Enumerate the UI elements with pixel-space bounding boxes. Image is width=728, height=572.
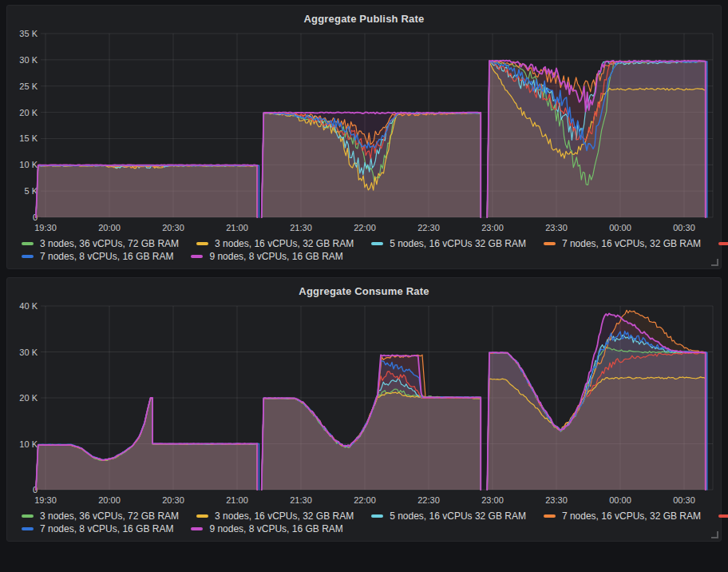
legend-series-label: 3 nodes, 36 vCPUs, 72 GB RAM	[40, 238, 179, 249]
svg-text:20 K: 20 K	[19, 393, 38, 403]
legend-row: 7 nodes, 8 vCPUs, 16 GB RAM9 nodes, 8 vC…	[22, 251, 718, 262]
legend-series-swatch	[22, 242, 34, 245]
panel-resize-handle[interactable]	[711, 259, 718, 266]
svg-text:23:00: 23:00	[481, 495, 504, 505]
svg-text:23:30: 23:30	[545, 495, 568, 505]
svg-text:5 K: 5 K	[24, 186, 38, 196]
legend-series-label: 3 nodes, 16 vCPUs, 32 GB RAM	[215, 238, 354, 249]
svg-text:00:30: 00:30	[673, 223, 695, 232]
legend-item[interactable]: 9 nodes, 8 vCPUs, 16 GB RAM	[191, 523, 342, 534]
svg-text:35 K: 35 K	[19, 29, 38, 38]
dashboard: Aggregate Publish Rate 05 K10 K15 K20 K2…	[0, 0, 728, 554]
legend-series-swatch	[191, 255, 203, 258]
svg-text:19:30: 19:30	[34, 223, 57, 232]
legend-series-swatch	[196, 514, 208, 518]
publish-legend: 3 nodes, 36 vCPUs, 72 GB RAM3 nodes, 16 …	[10, 235, 718, 267]
legend-series-label: 5 nodes, 16 vCPUs 32 GB RAM	[390, 238, 526, 249]
legend-item[interactable]: 3 nodes, 16 vCPUs, 32 GB RAM	[196, 238, 354, 249]
legend-item[interactable]: 3 nodes, 36 vCPUs, 72 GB RAM	[22, 238, 179, 249]
svg-text:20:30: 20:30	[162, 223, 184, 232]
legend-series-label: 7 nodes, 16 vCPUs, 32 GB RAM	[562, 238, 701, 249]
legend-series-label: 9 nodes, 8 vCPUs, 16 GB RAM	[209, 251, 342, 262]
svg-text:21:30: 21:30	[290, 223, 312, 232]
legend-item[interactable]: 7 nodes, 16 vCPUs, 32 GB RAM	[544, 510, 701, 522]
panel-title-publish[interactable]: Aggregate Publish Rate	[10, 9, 718, 27]
legend-item[interactable]: 7 nodes, 8 vCPUs, 16 GB RAM	[22, 251, 173, 262]
svg-text:20 K: 20 K	[19, 108, 38, 117]
panel-publish-rate: Aggregate Publish Rate 05 K10 K15 K20 K2…	[6, 5, 722, 269]
svg-text:23:00: 23:00	[481, 223, 504, 232]
legend-series-swatch	[544, 242, 556, 245]
consume-chart[interactable]: 010 K20 K30 K40 K19:3020:0020:3021:0021:…	[10, 300, 718, 507]
svg-text:00:00: 00:00	[609, 223, 631, 232]
svg-text:30 K: 30 K	[19, 55, 38, 65]
legend-row: 3 nodes, 36 vCPUs, 72 GB RAM3 nodes, 16 …	[22, 510, 718, 522]
svg-text:00:30: 00:30	[673, 495, 695, 505]
svg-text:21:00: 21:00	[226, 223, 248, 232]
legend-item[interactable]: 9 nodes, 8 vCPUs, 16 GB RAM	[191, 251, 342, 262]
legend-series-label: 5 nodes, 16 vCPUs 32 GB RAM	[390, 510, 526, 522]
svg-text:15 K: 15 K	[19, 133, 38, 143]
svg-text:10 K: 10 K	[19, 439, 38, 449]
legend-series-swatch	[718, 514, 728, 518]
svg-text:30 K: 30 K	[19, 348, 38, 357]
legend-series-swatch	[544, 514, 556, 518]
legend-item[interactable]: 7 nodes, 8 vCPUs, 16 GB RAM	[22, 523, 173, 534]
svg-text:22:00: 22:00	[354, 223, 376, 232]
legend-series-label: 7 nodes, 8 vCPUs, 16 GB RAM	[40, 251, 173, 262]
svg-text:22:30: 22:30	[417, 223, 440, 232]
legend-item[interactable]: 3 nodes, 16 vCPUs, 32 GB RAM	[196, 510, 354, 522]
legend-series-swatch	[196, 242, 208, 245]
legend-series-label: 3 nodes, 36 vCPUs, 72 GB RAM	[40, 510, 179, 522]
legend-row: 3 nodes, 36 vCPUs, 72 GB RAM3 nodes, 16 …	[22, 238, 718, 249]
svg-text:20:30: 20:30	[162, 495, 184, 505]
legend-series-swatch	[22, 255, 34, 258]
legend-item[interactable]: 5 nodes, 8 vCPUs, 16 GB RAM	[718, 510, 728, 522]
svg-text:19:30: 19:30	[34, 495, 57, 505]
legend-series-label: 7 nodes, 8 vCPUs, 16 GB RAM	[40, 523, 173, 534]
publish-chart[interactable]: 05 K10 K15 K20 K25 K30 K35 K19:3020:0020…	[10, 27, 718, 235]
legend-item[interactable]: 5 nodes, 16 vCPUs 32 GB RAM	[371, 510, 526, 522]
legend-row: 7 nodes, 8 vCPUs, 16 GB RAM9 nodes, 8 vC…	[22, 523, 718, 534]
svg-text:23:30: 23:30	[545, 223, 568, 232]
legend-item[interactable]: 7 nodes, 16 vCPUs, 32 GB RAM	[544, 238, 701, 249]
panel-resize-handle[interactable]	[711, 531, 718, 538]
legend-series-label: 7 nodes, 16 vCPUs, 32 GB RAM	[562, 510, 701, 522]
legend-item[interactable]: 3 nodes, 36 vCPUs, 72 GB RAM	[22, 510, 179, 522]
panel-title-consume[interactable]: Aggregate Consume Rate	[10, 281, 718, 300]
svg-text:20:00: 20:00	[98, 495, 121, 505]
legend-series-label: 3 nodes, 16 vCPUs, 32 GB RAM	[215, 510, 354, 522]
legend-series-swatch	[371, 514, 383, 518]
svg-text:22:30: 22:30	[417, 495, 440, 505]
svg-text:40 K: 40 K	[19, 301, 38, 311]
panel-consume-rate: Aggregate Consume Rate 010 K20 K30 K40 K…	[6, 277, 722, 542]
legend-item[interactable]: 5 nodes, 8 vCPUs, 16 GB RAM	[718, 238, 728, 249]
legend-series-swatch	[718, 242, 728, 245]
legend-series-swatch	[22, 527, 34, 530]
svg-text:20:00: 20:00	[98, 223, 121, 232]
legend-series-swatch	[191, 527, 203, 530]
svg-text:25 K: 25 K	[19, 81, 38, 91]
svg-text:22:00: 22:00	[354, 495, 376, 505]
svg-text:10 K: 10 K	[19, 160, 38, 169]
legend-series-swatch	[22, 514, 34, 518]
legend-item[interactable]: 5 nodes, 16 vCPUs 32 GB RAM	[371, 238, 526, 249]
legend-series-label: 9 nodes, 8 vCPUs, 16 GB RAM	[209, 523, 342, 534]
svg-text:21:30: 21:30	[290, 495, 312, 505]
legend-series-swatch	[371, 242, 383, 245]
svg-text:21:00: 21:00	[226, 495, 248, 505]
consume-legend: 3 nodes, 36 vCPUs, 72 GB RAM3 nodes, 16 …	[10, 507, 718, 539]
svg-text:00:00: 00:00	[609, 495, 631, 505]
